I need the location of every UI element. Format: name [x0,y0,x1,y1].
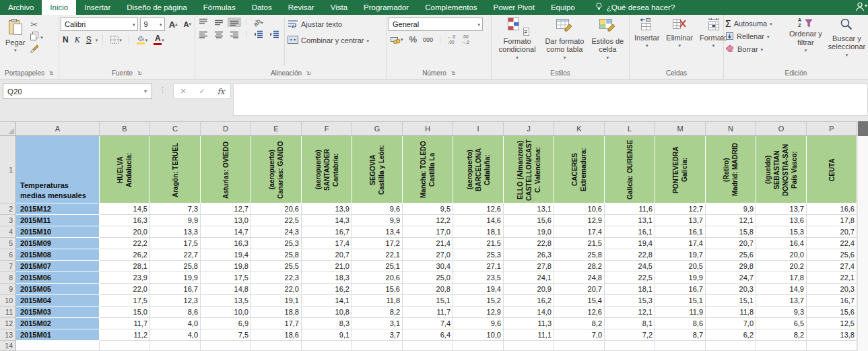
cell-D4[interactable]: 14,7 [201,226,251,238]
cell-A7[interactable]: 2015M07 [16,261,100,272]
cell-C5[interactable]: 17,5 [150,238,201,249]
column-header-A[interactable]: A [16,121,100,136]
cell-F9[interactable]: 16,2 [302,284,352,295]
cell-H12[interactable]: 7,4 [403,318,453,329]
cell-M7[interactable]: 20,5 [655,261,706,272]
station-header-I1[interactable]: Cataluña: BARCELONA (aeropuerto) [453,136,504,203]
cell-L5[interactable]: 19,4 [605,238,655,249]
cell-J5[interactable]: 22,8 [504,238,554,249]
cell-K6[interactable]: 25,8 [554,249,605,261]
formula-input[interactable] [233,84,868,116]
cell-A3[interactable]: 2015M11 [16,215,100,226]
cell-A6[interactable]: 2015M08 [16,249,100,261]
cell-A4[interactable]: 2015M10 [16,226,100,238]
cell-F4[interactable]: 16,7 [302,226,352,238]
number-format-select[interactable]: General▾ [389,18,483,31]
cell-F10[interactable]: 14,1 [302,295,352,307]
tell-me-box[interactable]: ¿Qué desea hacer? [595,0,675,15]
cell-E12[interactable]: 17,7 [251,318,302,329]
increase-font-button[interactable]: A▴ [167,20,180,30]
cell-C6[interactable]: 22,7 [150,249,201,261]
cell-D10[interactable]: 13,5 [201,295,251,307]
cell-O4[interactable]: 15,3 [756,226,807,238]
cell-G13[interactable]: 3,7 [352,329,403,341]
cell-B5[interactable]: 22,2 [100,238,150,249]
cell-M14[interactable] [655,341,706,351]
cell-A14[interactable] [16,341,100,351]
cell-G5[interactable]: 17,2 [352,238,403,249]
align-left-icon[interactable] [197,30,210,39]
cancel-icon[interactable]: ✕ [174,87,193,96]
cell-F7[interactable]: 21,0 [302,261,352,272]
station-header-D1[interactable]: Asturias: OVIEDO [201,136,251,203]
orientation-button[interactable]: ab▾ [251,18,265,27]
decrease-font-button[interactable]: A▾ [182,20,193,29]
cell-K3[interactable]: 12,9 [554,215,605,226]
cell-H8[interactable]: 25,0 [403,272,453,284]
station-header-G1[interactable]: Castilla y León: SEGOVIA [352,136,403,203]
cell-F2[interactable]: 13,9 [302,203,352,215]
cell-G6[interactable]: 22,1 [352,249,403,261]
cell-H10[interactable]: 15,1 [403,295,453,307]
cell-A1[interactable]: Temperaturas medias mensuales [16,136,100,203]
cell-B6[interactable]: 26,2 [100,249,150,261]
cell-G12[interactable]: 3,1 [352,318,403,329]
font-name-select[interactable]: Calibri▾ [61,18,138,31]
dialog-launcher-icon[interactable] [48,69,54,77]
cell-P10[interactable]: 16,7 [807,295,857,307]
cell-B7[interactable]: 28,1 [100,261,150,272]
cell-E7[interactable]: 25,5 [251,261,302,272]
insert-cells-button[interactable]: Insertar ▾ [631,16,663,49]
station-header-M1[interactable]: Galicia: PONTEVEDRA [655,136,706,203]
cell-K13[interactable]: 7,0 [554,329,605,341]
cell-H3[interactable]: 12,2 [403,215,453,226]
cell-M12[interactable]: 8,6 [655,318,706,329]
station-header-E1[interactable]: Canarias: GANDO (aeropuerto) [251,136,302,203]
cell-A10[interactable]: 2015M04 [16,295,100,307]
cell-D12[interactable]: 6,9 [201,318,251,329]
comma-style-button[interactable]: 000 [421,36,435,44]
cell-F8[interactable]: 18,3 [302,272,352,284]
cell-N10[interactable]: 15,1 [706,295,756,307]
tab-diseno-de-pagina[interactable]: Diseño de página [119,0,195,15]
cell-H4[interactable]: 17,0 [403,226,453,238]
cell-C8[interactable]: 19,9 [150,272,201,284]
cell-I13[interactable]: 10,0 [453,329,504,341]
station-header-L1[interactable]: Galicia: OURENSE [605,136,655,203]
cell-F11[interactable]: 10,8 [302,307,352,318]
cell-M5[interactable]: 17,4 [655,238,706,249]
cell-E13[interactable]: 18,6 [251,329,302,341]
cell-O14[interactable] [756,341,807,351]
cell-O9[interactable]: 14,9 [756,284,807,295]
cell-L7[interactable]: 24,5 [605,261,655,272]
row-header-9[interactable]: 9 [0,284,16,295]
select-all-corner[interactable] [0,121,16,136]
cell-O11[interactable]: 9,3 [756,307,807,318]
column-header-L[interactable]: L [605,121,655,136]
cell-P11[interactable]: 15,6 [807,307,857,318]
cell-I4[interactable]: 18,1 [453,226,504,238]
cell-K10[interactable]: 15,4 [554,295,605,307]
cell-N13[interactable]: 6,2 [706,329,756,341]
column-header-I[interactable]: I [453,121,504,136]
fill-color-button[interactable]: ▾ [134,34,150,45]
name-box[interactable]: Q20 ▾ [3,84,152,99]
sort-filter-button[interactable]: AZ Ordenar y filtrar ▾ [784,16,827,54]
cell-B3[interactable]: 16,3 [100,215,150,226]
cell-O7[interactable]: 20,2 [756,261,807,272]
cell-G14[interactable] [352,341,403,351]
station-header-P1[interactable]: CEUTA [807,136,857,203]
cell-B14[interactable] [100,341,150,351]
underline-button[interactable]: S [84,34,94,45]
cell-K4[interactable]: 17,4 [554,226,605,238]
cell-J10[interactable]: 16,2 [504,295,554,307]
cell-O12[interactable]: 6,5 [756,318,807,329]
cell-G7[interactable]: 25,1 [352,261,403,272]
cell-M2[interactable]: 12,7 [655,203,706,215]
cell-H2[interactable]: 9,5 [403,203,453,215]
find-select-button[interactable]: Buscar y seleccionar ▾ [827,16,867,59]
cell-J3[interactable]: 15,6 [504,215,554,226]
cell-L14[interactable] [605,341,655,351]
station-header-N1[interactable]: Madrid: MADRID (Retiro) [706,136,756,203]
accounting-format-button[interactable]: ▾ [389,35,405,44]
